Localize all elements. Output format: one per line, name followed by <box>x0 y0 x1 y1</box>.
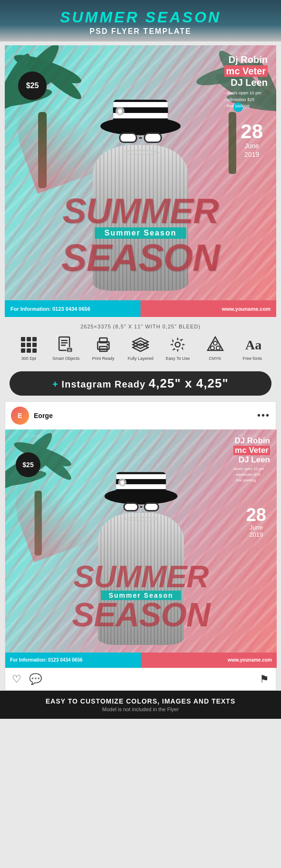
printer-icon <box>94 335 113 354</box>
event-date: 28 June 2019 <box>241 122 263 159</box>
ig-date-month: June <box>246 524 266 531</box>
svg-rect-20 <box>21 337 25 341</box>
ig-hat-icon <box>103 464 179 505</box>
svg-rect-26 <box>21 348 25 353</box>
dj-name-1: Dj Robin <box>224 54 268 65</box>
ig-txt-summer: SUMMER <box>5 563 277 590</box>
page-footer: EASY TO CUSTOMIZE COLORS, IMAGES AND TEX… <box>0 691 281 719</box>
flyer-preview: @envato @envato $25 Dj Robin mc Veter DJ… <box>5 45 276 317</box>
ig-dj-3: DJ Leen <box>233 455 270 465</box>
svg-marker-41 <box>133 344 148 351</box>
subtitle-bold: FLYER <box>111 27 140 35</box>
footer-sub-text: Model is not included in the Flyer <box>10 706 271 712</box>
spec-fully-layered: Fully Layered <box>126 335 155 362</box>
spec-easy-to-use: Easy To Use <box>163 335 192 362</box>
page-header: SUMMER SEASON PSD FLYER TEMPLATE <box>0 0 281 41</box>
dj-name-3: DJ Leen <box>224 77 268 88</box>
ig-more-icon[interactable]: ••• <box>257 410 270 421</box>
svg-rect-28 <box>32 348 37 353</box>
like-icon[interactable]: ♡ <box>12 673 21 685</box>
svg-point-46 <box>211 346 214 350</box>
ig-avatar-letter: E <box>18 412 22 419</box>
event-detail-2: - admission $25 <box>224 97 268 103</box>
event-details: - doors open 10 pm - admission $25 - fre… <box>224 90 268 110</box>
ig-txt-season: SEASON <box>5 601 277 630</box>
svg-rect-25 <box>32 343 37 347</box>
event-day: 28 <box>241 122 263 142</box>
comment-icon[interactable]: 💬 <box>29 673 42 685</box>
event-year: 2019 <box>241 150 263 159</box>
hazard-icon <box>206 335 225 354</box>
summer-line2: SEASON <box>5 242 276 274</box>
svg-rect-21 <box>27 337 31 341</box>
specs-icons-row: 300 Dpi S Smart Objects <box>14 335 267 362</box>
dj-name-2: mc Veter <box>224 65 268 77</box>
svg-rect-31 <box>61 342 68 344</box>
instagram-prefix: + <box>52 379 59 389</box>
ig-dj-info: DJ Robin mc Veter DJ Leen doors open 10 … <box>233 436 270 483</box>
svg-point-47 <box>216 346 220 350</box>
svg-rect-32 <box>61 345 66 346</box>
svg-marker-40 <box>133 338 148 346</box>
ig-flyer-image: @envato @envato $25 DJ Robin <box>5 429 277 668</box>
sunglasses <box>119 133 162 143</box>
ig-header: E Eorge ••• <box>5 402 276 429</box>
svg-rect-22 <box>32 337 37 341</box>
ig-detail-2: - admission $25 <box>233 472 270 478</box>
svg-point-43 <box>175 342 180 347</box>
ig-bottom-bar: For Information: 0123 0434 0656 www.youn… <box>5 653 277 668</box>
instagram-label: Instagram Ready <box>61 379 149 389</box>
svg-rect-39 <box>100 348 106 349</box>
summer-line1: SUMMER <box>5 196 276 226</box>
instagram-mockup: E Eorge ••• @envato @envato <box>5 401 276 691</box>
svg-rect-15 <box>113 102 168 107</box>
instagram-size: 4,25" x 4,25" <box>149 376 229 390</box>
svg-point-38 <box>107 344 109 346</box>
ig-avatar: E <box>11 407 29 425</box>
svg-point-19 <box>118 109 122 113</box>
ig-dj-1: DJ Robin <box>233 436 270 446</box>
svg-text:S: S <box>68 348 71 352</box>
svg-rect-30 <box>61 340 68 341</box>
ig-actions: ♡ 💬 ⚑ <box>5 668 276 690</box>
dj-info: Dj Robin mc Veter DJ Leen - doors open 1… <box>224 54 268 110</box>
ig-detail-3: - free parking <box>233 478 270 483</box>
svg-rect-57 <box>116 474 166 479</box>
svg-rect-7 <box>229 112 236 174</box>
subtitle-end: TEMPLATE <box>140 27 191 35</box>
ig-username: Eorge <box>34 412 252 419</box>
save-icon[interactable]: ⚑ <box>260 673 269 685</box>
ig-event-details: doors open 10 pm - admission $25 - free … <box>233 466 270 483</box>
specs-dimensions: 2625×3375 (8,5" X 11" WITH 0,25" BLEED) <box>14 324 267 329</box>
document-icon: S <box>56 335 75 354</box>
page-subtitle: PSD FLYER TEMPLATE <box>5 27 276 36</box>
page-title: SUMMER SEASON <box>5 9 276 26</box>
event-detail-3: - free parking <box>224 103 268 110</box>
settings-icon <box>168 335 187 354</box>
font-icon: Aa <box>243 335 262 354</box>
ig-sunglasses <box>123 502 159 511</box>
svg-point-61 <box>120 480 124 485</box>
subtitle-normal: PSD <box>90 27 111 35</box>
svg-marker-42 <box>133 341 148 348</box>
flyer-info-left: For Information: 0123 0434 0656 <box>5 300 140 317</box>
ig-date-year: 2019 <box>246 531 266 538</box>
spec-free-fonts: Aa Free fonts <box>238 335 267 362</box>
event-month: June <box>241 142 263 150</box>
spec-cmyk: CMYK <box>201 335 229 362</box>
spec-300dpi: 300 Dpi <box>14 335 43 362</box>
svg-rect-24 <box>27 343 31 347</box>
svg-point-45 <box>213 341 217 345</box>
instagram-mockup-wrapper: E Eorge ••• @envato @envato <box>0 401 281 691</box>
instagram-badge: + Instagram Ready 4,25" x 4,25" <box>10 371 271 396</box>
flyer-bottom-bar: For Information: 0123 0434 0656 www.youn… <box>5 300 276 317</box>
specs-section: 2625×3375 (8,5" X 11" WITH 0,25" BLEED) <box>0 317 281 367</box>
price-badge: $25 <box>18 71 47 100</box>
ig-price-badge: $25 <box>16 452 40 477</box>
spec-label-layered: Fully Layered <box>128 356 153 362</box>
flyer-info-right: www.youname.com <box>140 300 276 317</box>
footer-main-text: EASY TO CUSTOMIZE COLORS, IMAGES AND TEX… <box>10 697 271 705</box>
spec-label-fonts: Free fonts <box>243 356 262 362</box>
svg-text:Aa: Aa <box>245 337 261 352</box>
hat-icon <box>98 91 183 136</box>
